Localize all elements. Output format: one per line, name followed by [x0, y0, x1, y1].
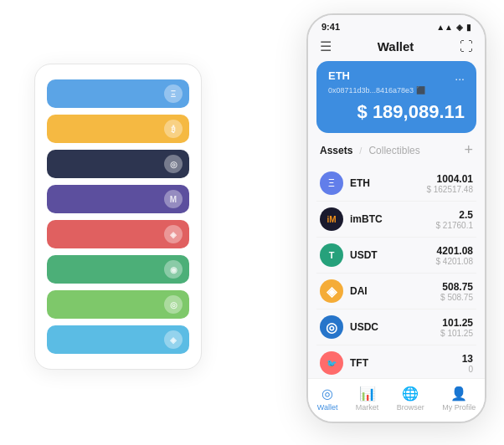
- asset-name-eth: ETH: [350, 177, 426, 189]
- card-icon: M: [164, 190, 183, 208]
- assets-header: Assets / Collectibles +: [308, 141, 485, 166]
- nav-item-profile[interactable]: 👤 My Profile: [442, 386, 476, 412]
- add-asset-button[interactable]: +: [464, 141, 473, 159]
- card-icon: ◉: [164, 260, 183, 279]
- market-nav-label: Market: [356, 403, 379, 412]
- tab-separator: /: [359, 146, 362, 156]
- table-row[interactable]: ◈ DAI 508.75 $ 508.75: [316, 274, 476, 309]
- asset-primary-usdc: 101.25: [440, 317, 473, 329]
- asset-amounts-dai: 508.75 $ 508.75: [440, 281, 473, 302]
- nav-item-wallet[interactable]: ◎ Wallet: [317, 386, 338, 412]
- dai-asset-icon: ◈: [320, 279, 343, 303]
- eth-card-amount: $ 189,089.11: [328, 101, 465, 123]
- scene: Ξ ₿ ◎ M ◈ ◉ ◎ ◈ 9:41 ▲▲ ◈: [18, 13, 486, 432]
- asset-secondary-tft: 0: [462, 365, 473, 374]
- list-item[interactable]: ◉: [47, 255, 189, 284]
- asset-name-dai: DAI: [350, 285, 440, 297]
- asset-amounts-imbtc: 2.5 $ 21760.1: [436, 209, 474, 230]
- asset-name-usdt: USDT: [350, 249, 436, 261]
- browser-nav-label: Browser: [397, 403, 424, 412]
- eth-card-address: 0x08711d3b...8416a78e3 ⬛: [328, 86, 465, 95]
- list-item[interactable]: ◎: [47, 290, 189, 319]
- signal-icon: ▲▲: [436, 23, 453, 32]
- asset-secondary-usdc: $ 101.25: [440, 329, 473, 338]
- status-time: 9:41: [321, 22, 340, 32]
- table-row[interactable]: T USDT 4201.08 $ 4201.08: [316, 238, 476, 274]
- status-bar: 9:41 ▲▲ ◈ ▮: [308, 15, 485, 35]
- asset-primary-imbtc: 2.5: [436, 209, 474, 221]
- imbtc-asset-icon: iM: [320, 207, 343, 231]
- nav-item-browser[interactable]: 🌐 Browser: [397, 386, 424, 412]
- asset-list: Ξ ETH 1004.01 $ 162517.48 iM imBTC 2.5 $…: [308, 166, 485, 378]
- assets-tabs: Assets / Collectibles: [320, 145, 420, 156]
- table-row[interactable]: iM imBTC 2.5 $ 21760.1: [316, 202, 476, 238]
- asset-amounts-tft: 13 0: [462, 353, 473, 374]
- list-item[interactable]: ◈: [47, 325, 189, 354]
- status-icons: ▲▲ ◈ ▮: [436, 23, 471, 32]
- usdt-asset-icon: T: [320, 243, 343, 267]
- asset-name-imbtc: imBTC: [350, 213, 436, 225]
- browser-nav-icon: 🌐: [402, 386, 419, 402]
- table-row[interactable]: ◎ USDC 101.25 $ 101.25: [316, 309, 476, 345]
- card-icon: ₿: [164, 120, 183, 138]
- card-icon: ◈: [164, 330, 183, 349]
- menu-icon[interactable]: ☰: [320, 38, 332, 54]
- tab-collectibles[interactable]: Collectibles: [368, 145, 419, 156]
- nav-item-market[interactable]: 📊 Market: [356, 386, 379, 412]
- list-item[interactable]: M: [47, 185, 189, 213]
- wallet-nav-label: Wallet: [317, 403, 338, 412]
- asset-amounts-usdc: 101.25 $ 101.25: [440, 317, 473, 338]
- eth-card-top: ETH ...: [328, 69, 465, 83]
- card-icon: ◎: [164, 295, 183, 314]
- usdc-asset-icon: ◎: [320, 315, 343, 339]
- asset-secondary-imbtc: $ 21760.1: [436, 221, 474, 230]
- bottom-nav: ◎ Wallet 📊 Market 🌐 Browser 👤 My Profile: [308, 378, 485, 422]
- asset-primary-usdt: 4201.08: [436, 245, 474, 257]
- card-icon: ◈: [164, 225, 183, 243]
- card-stack: Ξ ₿ ◎ M ◈ ◉ ◎ ◈: [34, 64, 202, 370]
- eth-card-label: ETH: [328, 69, 350, 82]
- card-icon: ◎: [164, 155, 183, 173]
- list-item[interactable]: ◈: [47, 220, 189, 248]
- asset-amounts-eth: 1004.01 $ 162517.48: [426, 173, 473, 194]
- asset-primary-tft: 13: [462, 353, 473, 365]
- table-row[interactable]: Ξ ETH 1004.01 $ 162517.48: [316, 166, 476, 202]
- asset-secondary-dai: $ 508.75: [440, 293, 473, 302]
- card-icon: Ξ: [164, 84, 183, 103]
- eth-card-menu-dots[interactable]: ...: [455, 69, 465, 83]
- list-item[interactable]: ₿: [47, 115, 189, 143]
- asset-primary-eth: 1004.01: [426, 173, 473, 185]
- list-item[interactable]: ◎: [47, 150, 189, 178]
- tab-assets[interactable]: Assets: [320, 145, 352, 156]
- profile-nav-label: My Profile: [442, 403, 476, 412]
- phone-mockup: 9:41 ▲▲ ◈ ▮ ☰ Wallet ⛶ ETH ... 0x08711d3…: [306, 13, 486, 423]
- page-title: Wallet: [378, 39, 414, 54]
- wallet-nav-icon: ◎: [321, 386, 333, 402]
- market-nav-icon: 📊: [359, 386, 376, 402]
- asset-secondary-eth: $ 162517.48: [426, 185, 473, 194]
- expand-icon[interactable]: ⛶: [460, 39, 473, 54]
- asset-amounts-usdt: 4201.08 $ 4201.08: [436, 245, 474, 266]
- eth-wallet-card[interactable]: ETH ... 0x08711d3b...8416a78e3 ⬛ $ 189,0…: [316, 61, 476, 133]
- asset-primary-dai: 508.75: [440, 281, 473, 293]
- asset-secondary-usdt: $ 4201.08: [436, 257, 474, 266]
- phone-header: ☰ Wallet ⛶: [308, 35, 485, 61]
- eth-asset-icon: Ξ: [320, 171, 343, 195]
- asset-name-tft: TFT: [350, 357, 462, 369]
- table-row[interactable]: 🐦 TFT 13 0: [316, 345, 476, 378]
- wifi-icon: ◈: [456, 23, 463, 32]
- battery-icon: ▮: [466, 23, 471, 32]
- profile-nav-icon: 👤: [450, 386, 467, 402]
- list-item[interactable]: Ξ: [47, 79, 189, 108]
- asset-name-usdc: USDC: [350, 321, 440, 333]
- tft-asset-icon: 🐦: [320, 351, 343, 375]
